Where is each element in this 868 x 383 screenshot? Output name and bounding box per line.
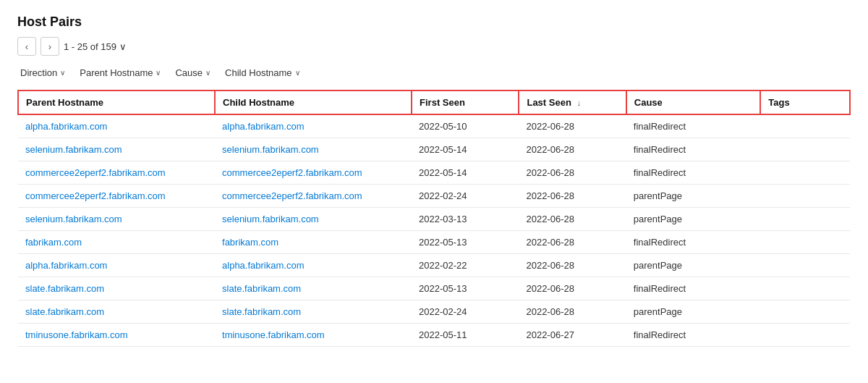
parent-cell: slate.fabrikam.com <box>18 277 215 300</box>
parent-cell: selenium.fabrikam.com <box>18 138 215 161</box>
last-seen-cell: 2022-06-28 <box>519 277 626 300</box>
last-seen-cell: 2022-06-28 <box>519 254 626 277</box>
parent-hostname-link[interactable]: slate.fabrikam.com <box>25 283 104 294</box>
filter-direction-button[interactable]: Direction ∨ <box>17 66 68 80</box>
child-hostname-link[interactable]: commercee2eperf2.fabrikam.com <box>222 190 362 201</box>
parent-cell: selenium.fabrikam.com <box>18 208 215 231</box>
parent-hostname-link[interactable]: alpha.fabrikam.com <box>25 260 107 271</box>
cause-cell: finalRedirect <box>626 138 760 161</box>
col-cause[interactable]: Cause <box>626 91 760 114</box>
last-seen-sort-icon: ↓ <box>576 98 581 107</box>
parent-cell: alpha.fabrikam.com <box>18 254 215 277</box>
parent-hostname-link[interactable]: commercee2eperf2.fabrikam.com <box>25 167 166 178</box>
last-seen-cell: 2022-06-28 <box>519 208 626 231</box>
first-seen-cell: 2022-02-24 <box>412 300 519 324</box>
parent-cell: slate.fabrikam.com <box>18 300 215 324</box>
tags-cell <box>760 114 850 138</box>
filter-parent-hostname-button[interactable]: Parent Hostname ∨ <box>77 66 163 80</box>
table-row: commercee2eperf2.fabrikam.com commercee2… <box>18 161 850 185</box>
table-body: alpha.fabrikam.com alpha.fabrikam.com 20… <box>18 114 850 347</box>
child-cell: alpha.fabrikam.com <box>215 254 412 277</box>
table-row: tminusone.fabrikam.com tminusone.fabrika… <box>18 324 850 347</box>
cause-cell: parentPage <box>626 185 760 208</box>
tags-cell <box>760 254 850 277</box>
parent-hostname-link[interactable]: commercee2eperf2.fabrikam.com <box>25 190 166 201</box>
host-pairs-table: Parent Hostname Child Hostname First See… <box>17 90 851 347</box>
col-tags[interactable]: Tags <box>760 91 850 114</box>
next-page-button[interactable]: › <box>41 37 59 56</box>
child-cell: tminusone.fabrikam.com <box>215 324 412 347</box>
child-hostname-link[interactable]: alpha.fabrikam.com <box>222 260 304 271</box>
first-seen-cell: 2022-02-22 <box>412 254 519 277</box>
parent-cell: fabrikam.com <box>18 231 215 254</box>
parent-cell: commercee2eperf2.fabrikam.com <box>18 185 215 208</box>
last-seen-cell: 2022-06-28 <box>519 231 626 254</box>
first-seen-cell: 2022-05-11 <box>412 324 519 347</box>
last-seen-cell: 2022-06-28 <box>519 300 626 324</box>
child-cell: slate.fabrikam.com <box>215 277 412 300</box>
parent-cell: tminusone.fabrikam.com <box>18 324 215 347</box>
cause-cell: finalRedirect <box>626 231 760 254</box>
last-seen-cell: 2022-06-28 <box>519 185 626 208</box>
parent-hostname-link[interactable]: tminusone.fabrikam.com <box>25 329 128 340</box>
child-hostname-link[interactable]: slate.fabrikam.com <box>222 306 301 317</box>
col-parent-hostname[interactable]: Parent Hostname <box>18 91 215 114</box>
table-row: slate.fabrikam.com slate.fabrikam.com 20… <box>18 300 850 324</box>
table-header: Parent Hostname Child Hostname First See… <box>18 91 850 114</box>
child-cell: slate.fabrikam.com <box>215 300 412 324</box>
cause-cell: finalRedirect <box>626 277 760 300</box>
first-seen-cell: 2022-05-14 <box>412 138 519 161</box>
filter-bar: Direction ∨Parent Hostname ∨Cause ∨Child… <box>17 66 851 80</box>
table-row: alpha.fabrikam.com alpha.fabrikam.com 20… <box>18 114 850 138</box>
col-child-hostname[interactable]: Child Hostname <box>215 91 412 114</box>
parent-hostname-link[interactable]: fabrikam.com <box>25 237 82 248</box>
child-hostname-link[interactable]: selenium.fabrikam.com <box>222 144 319 155</box>
child-cell: selenium.fabrikam.com <box>215 208 412 231</box>
parent-hostname-link[interactable]: alpha.fabrikam.com <box>25 121 107 132</box>
parent-hostname-link[interactable]: selenium.fabrikam.com <box>25 214 122 224</box>
child-cell: commercee2eperf2.fabrikam.com <box>215 161 412 185</box>
parent-cell: commercee2eperf2.fabrikam.com <box>18 161 215 185</box>
last-seen-cell: 2022-06-28 <box>519 114 626 138</box>
child-hostname-link[interactable]: tminusone.fabrikam.com <box>222 329 325 340</box>
cause-cell: parentPage <box>626 254 760 277</box>
chevron-parent-hostname-icon: ∨ <box>156 69 161 77</box>
child-hostname-link[interactable]: commercee2eperf2.fabrikam.com <box>222 167 362 178</box>
tags-cell <box>760 300 850 324</box>
child-cell: selenium.fabrikam.com <box>215 138 412 161</box>
child-hostname-link[interactable]: alpha.fabrikam.com <box>222 121 304 132</box>
tags-cell <box>760 185 850 208</box>
tags-cell <box>760 161 850 185</box>
pagination-bar: ‹ › 1 - 25 of 159 ∨ <box>17 37 851 56</box>
prev-page-button[interactable]: ‹ <box>17 37 36 56</box>
table-row: commercee2eperf2.fabrikam.com commercee2… <box>18 185 850 208</box>
chevron-direction-icon: ∨ <box>60 69 65 77</box>
first-seen-cell: 2022-05-13 <box>412 277 519 300</box>
parent-hostname-link[interactable]: slate.fabrikam.com <box>25 306 104 317</box>
chevron-cause-icon: ∨ <box>205 69 210 77</box>
parent-hostname-link[interactable]: selenium.fabrikam.com <box>25 144 122 155</box>
col-last-seen[interactable]: Last Seen ↓ <box>519 91 626 114</box>
col-first-seen[interactable]: First Seen <box>412 91 519 114</box>
child-hostname-link[interactable]: slate.fabrikam.com <box>222 283 301 294</box>
child-hostname-link[interactable]: fabrikam.com <box>222 237 278 248</box>
last-seen-cell: 2022-06-27 <box>519 324 626 347</box>
table-row: alpha.fabrikam.com alpha.fabrikam.com 20… <box>18 254 850 277</box>
filter-child-hostname-button[interactable]: Child Hostname ∨ <box>222 66 303 80</box>
first-seen-cell: 2022-05-13 <box>412 231 519 254</box>
pagination-chevron-icon: ∨ <box>119 41 127 52</box>
first-seen-cell: 2022-03-13 <box>412 208 519 231</box>
cause-cell: finalRedirect <box>626 114 760 138</box>
pagination-range[interactable]: 1 - 25 of 159 ∨ <box>64 41 127 52</box>
first-seen-cell: 2022-05-10 <box>412 114 519 138</box>
first-seen-cell: 2022-05-14 <box>412 161 519 185</box>
child-hostname-link[interactable]: selenium.fabrikam.com <box>222 214 319 224</box>
table-row: selenium.fabrikam.com selenium.fabrikam.… <box>18 138 850 161</box>
first-seen-cell: 2022-02-24 <box>412 185 519 208</box>
chevron-child-hostname-icon: ∨ <box>295 69 300 77</box>
cause-cell: finalRedirect <box>626 161 760 185</box>
tags-cell <box>760 208 850 231</box>
last-seen-cell: 2022-06-28 <box>519 138 626 161</box>
filter-cause-button[interactable]: Cause ∨ <box>172 66 213 80</box>
parent-cell: alpha.fabrikam.com <box>18 114 215 138</box>
